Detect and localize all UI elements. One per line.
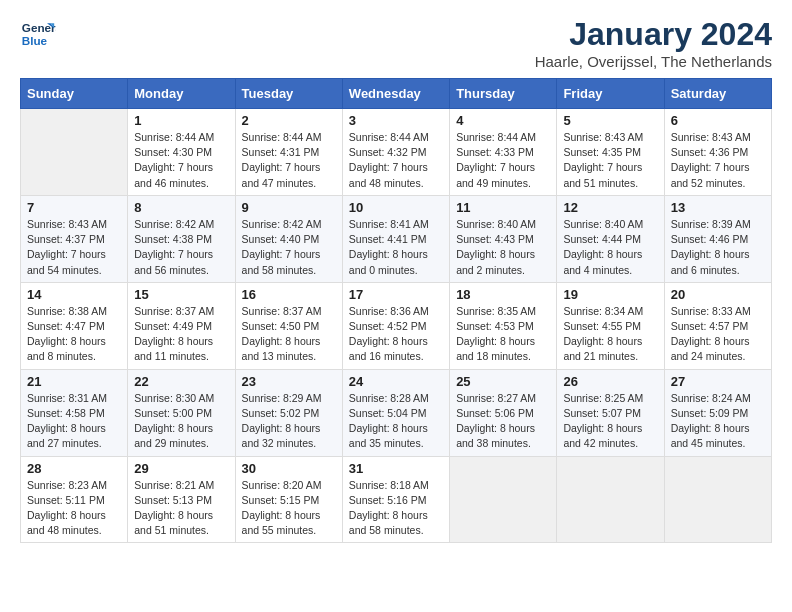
header-saturday: Saturday xyxy=(664,79,771,109)
calendar-cell: 12Sunrise: 8:40 AMSunset: 4:44 PMDayligh… xyxy=(557,195,664,282)
page-header: General Blue January 2024 Haarle, Overij… xyxy=(20,16,772,70)
day-info: Sunrise: 8:27 AMSunset: 5:06 PMDaylight:… xyxy=(456,391,550,452)
calendar-cell: 1Sunrise: 8:44 AMSunset: 4:30 PMDaylight… xyxy=(128,109,235,196)
week-row-4: 21Sunrise: 8:31 AMSunset: 4:58 PMDayligh… xyxy=(21,369,772,456)
calendar-cell: 29Sunrise: 8:21 AMSunset: 5:13 PMDayligh… xyxy=(128,456,235,543)
week-row-3: 14Sunrise: 8:38 AMSunset: 4:47 PMDayligh… xyxy=(21,282,772,369)
svg-text:Blue: Blue xyxy=(22,34,48,47)
calendar-cell xyxy=(450,456,557,543)
day-number: 29 xyxy=(134,461,228,476)
day-number: 20 xyxy=(671,287,765,302)
day-info: Sunrise: 8:44 AMSunset: 4:30 PMDaylight:… xyxy=(134,130,228,191)
calendar-cell: 20Sunrise: 8:33 AMSunset: 4:57 PMDayligh… xyxy=(664,282,771,369)
calendar-cell: 22Sunrise: 8:30 AMSunset: 5:00 PMDayligh… xyxy=(128,369,235,456)
day-info: Sunrise: 8:37 AMSunset: 4:50 PMDaylight:… xyxy=(242,304,336,365)
header-sunday: Sunday xyxy=(21,79,128,109)
day-number: 6 xyxy=(671,113,765,128)
day-info: Sunrise: 8:42 AMSunset: 4:40 PMDaylight:… xyxy=(242,217,336,278)
day-number: 14 xyxy=(27,287,121,302)
day-info: Sunrise: 8:24 AMSunset: 5:09 PMDaylight:… xyxy=(671,391,765,452)
day-info: Sunrise: 8:44 AMSunset: 4:32 PMDaylight:… xyxy=(349,130,443,191)
day-number: 23 xyxy=(242,374,336,389)
calendar-cell: 15Sunrise: 8:37 AMSunset: 4:49 PMDayligh… xyxy=(128,282,235,369)
day-number: 2 xyxy=(242,113,336,128)
day-info: Sunrise: 8:28 AMSunset: 5:04 PMDaylight:… xyxy=(349,391,443,452)
calendar-cell: 7Sunrise: 8:43 AMSunset: 4:37 PMDaylight… xyxy=(21,195,128,282)
day-info: Sunrise: 8:20 AMSunset: 5:15 PMDaylight:… xyxy=(242,478,336,539)
day-number: 13 xyxy=(671,200,765,215)
day-info: Sunrise: 8:33 AMSunset: 4:57 PMDaylight:… xyxy=(671,304,765,365)
day-number: 21 xyxy=(27,374,121,389)
calendar-cell: 6Sunrise: 8:43 AMSunset: 4:36 PMDaylight… xyxy=(664,109,771,196)
calendar-cell: 14Sunrise: 8:38 AMSunset: 4:47 PMDayligh… xyxy=(21,282,128,369)
day-info: Sunrise: 8:43 AMSunset: 4:35 PMDaylight:… xyxy=(563,130,657,191)
day-number: 1 xyxy=(134,113,228,128)
calendar-cell: 11Sunrise: 8:40 AMSunset: 4:43 PMDayligh… xyxy=(450,195,557,282)
day-number: 12 xyxy=(563,200,657,215)
day-number: 30 xyxy=(242,461,336,476)
subtitle: Haarle, Overijssel, The Netherlands xyxy=(535,53,772,70)
logo: General Blue xyxy=(20,16,56,52)
day-info: Sunrise: 8:44 AMSunset: 4:33 PMDaylight:… xyxy=(456,130,550,191)
main-title: January 2024 xyxy=(535,16,772,53)
calendar-cell: 18Sunrise: 8:35 AMSunset: 4:53 PMDayligh… xyxy=(450,282,557,369)
calendar-cell: 9Sunrise: 8:42 AMSunset: 4:40 PMDaylight… xyxy=(235,195,342,282)
calendar-cell: 25Sunrise: 8:27 AMSunset: 5:06 PMDayligh… xyxy=(450,369,557,456)
calendar-cell: 30Sunrise: 8:20 AMSunset: 5:15 PMDayligh… xyxy=(235,456,342,543)
calendar-cell: 10Sunrise: 8:41 AMSunset: 4:41 PMDayligh… xyxy=(342,195,449,282)
day-info: Sunrise: 8:30 AMSunset: 5:00 PMDaylight:… xyxy=(134,391,228,452)
svg-text:General: General xyxy=(22,21,56,34)
day-info: Sunrise: 8:34 AMSunset: 4:55 PMDaylight:… xyxy=(563,304,657,365)
calendar-cell: 24Sunrise: 8:28 AMSunset: 5:04 PMDayligh… xyxy=(342,369,449,456)
calendar-cell: 21Sunrise: 8:31 AMSunset: 4:58 PMDayligh… xyxy=(21,369,128,456)
day-number: 7 xyxy=(27,200,121,215)
day-info: Sunrise: 8:44 AMSunset: 4:31 PMDaylight:… xyxy=(242,130,336,191)
calendar-cell: 13Sunrise: 8:39 AMSunset: 4:46 PMDayligh… xyxy=(664,195,771,282)
calendar-cell xyxy=(557,456,664,543)
calendar-cell: 5Sunrise: 8:43 AMSunset: 4:35 PMDaylight… xyxy=(557,109,664,196)
logo-icon: General Blue xyxy=(20,16,56,52)
calendar-body: 1Sunrise: 8:44 AMSunset: 4:30 PMDaylight… xyxy=(21,109,772,543)
day-info: Sunrise: 8:21 AMSunset: 5:13 PMDaylight:… xyxy=(134,478,228,539)
header-friday: Friday xyxy=(557,79,664,109)
day-number: 8 xyxy=(134,200,228,215)
calendar-cell: 23Sunrise: 8:29 AMSunset: 5:02 PMDayligh… xyxy=(235,369,342,456)
day-number: 17 xyxy=(349,287,443,302)
header-tuesday: Tuesday xyxy=(235,79,342,109)
day-number: 11 xyxy=(456,200,550,215)
day-info: Sunrise: 8:40 AMSunset: 4:44 PMDaylight:… xyxy=(563,217,657,278)
day-number: 22 xyxy=(134,374,228,389)
day-number: 26 xyxy=(563,374,657,389)
week-row-5: 28Sunrise: 8:23 AMSunset: 5:11 PMDayligh… xyxy=(21,456,772,543)
calendar-cell: 17Sunrise: 8:36 AMSunset: 4:52 PMDayligh… xyxy=(342,282,449,369)
calendar-cell: 2Sunrise: 8:44 AMSunset: 4:31 PMDaylight… xyxy=(235,109,342,196)
day-number: 15 xyxy=(134,287,228,302)
day-number: 4 xyxy=(456,113,550,128)
calendar-header-row: SundayMondayTuesdayWednesdayThursdayFrid… xyxy=(21,79,772,109)
day-number: 3 xyxy=(349,113,443,128)
day-number: 9 xyxy=(242,200,336,215)
day-number: 10 xyxy=(349,200,443,215)
day-info: Sunrise: 8:40 AMSunset: 4:43 PMDaylight:… xyxy=(456,217,550,278)
calendar-cell: 31Sunrise: 8:18 AMSunset: 5:16 PMDayligh… xyxy=(342,456,449,543)
calendar-cell: 3Sunrise: 8:44 AMSunset: 4:32 PMDaylight… xyxy=(342,109,449,196)
day-info: Sunrise: 8:23 AMSunset: 5:11 PMDaylight:… xyxy=(27,478,121,539)
header-thursday: Thursday xyxy=(450,79,557,109)
day-info: Sunrise: 8:42 AMSunset: 4:38 PMDaylight:… xyxy=(134,217,228,278)
day-info: Sunrise: 8:38 AMSunset: 4:47 PMDaylight:… xyxy=(27,304,121,365)
day-info: Sunrise: 8:39 AMSunset: 4:46 PMDaylight:… xyxy=(671,217,765,278)
calendar-cell xyxy=(664,456,771,543)
day-info: Sunrise: 8:36 AMSunset: 4:52 PMDaylight:… xyxy=(349,304,443,365)
calendar-table: SundayMondayTuesdayWednesdayThursdayFrid… xyxy=(20,78,772,543)
calendar-cell xyxy=(21,109,128,196)
week-row-2: 7Sunrise: 8:43 AMSunset: 4:37 PMDaylight… xyxy=(21,195,772,282)
calendar-cell: 28Sunrise: 8:23 AMSunset: 5:11 PMDayligh… xyxy=(21,456,128,543)
calendar-cell: 26Sunrise: 8:25 AMSunset: 5:07 PMDayligh… xyxy=(557,369,664,456)
day-info: Sunrise: 8:31 AMSunset: 4:58 PMDaylight:… xyxy=(27,391,121,452)
day-number: 24 xyxy=(349,374,443,389)
day-number: 31 xyxy=(349,461,443,476)
day-number: 27 xyxy=(671,374,765,389)
day-number: 25 xyxy=(456,374,550,389)
day-info: Sunrise: 8:29 AMSunset: 5:02 PMDaylight:… xyxy=(242,391,336,452)
title-block: January 2024 Haarle, Overijssel, The Net… xyxy=(535,16,772,70)
